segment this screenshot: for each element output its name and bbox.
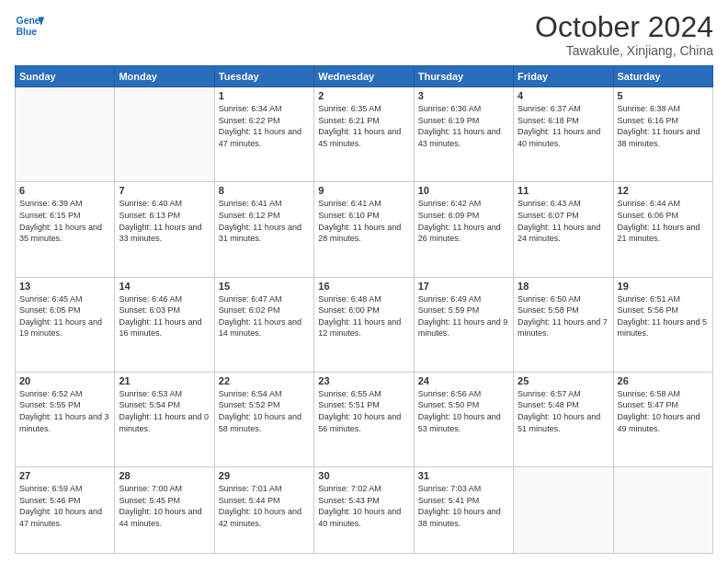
day-number: 3 bbox=[418, 90, 509, 101]
day-info: Sunrise: 6:44 AM Sunset: 6:06 PM Dayligh… bbox=[618, 198, 709, 244]
day-info: Sunrise: 6:52 AM Sunset: 5:55 PM Dayligh… bbox=[19, 388, 110, 434]
day-number: 30 bbox=[318, 470, 409, 481]
day-info: Sunrise: 7:03 AM Sunset: 5:41 PM Dayligh… bbox=[418, 483, 509, 529]
month-title: October 2024 bbox=[535, 11, 713, 43]
calendar-table: Sunday Monday Tuesday Wednesday Thursday… bbox=[15, 65, 713, 554]
table-row: 12Sunrise: 6:44 AM Sunset: 6:06 PM Dayli… bbox=[613, 182, 712, 277]
table-row: 30Sunrise: 7:02 AM Sunset: 5:43 PM Dayli… bbox=[314, 467, 414, 554]
header-saturday: Saturday bbox=[613, 66, 712, 87]
day-info: Sunrise: 6:48 AM Sunset: 6:00 PM Dayligh… bbox=[318, 293, 409, 339]
day-info: Sunrise: 6:58 AM Sunset: 5:47 PM Dayligh… bbox=[618, 388, 709, 434]
table-row: 16Sunrise: 6:48 AM Sunset: 6:00 PM Dayli… bbox=[314, 277, 414, 372]
table-row: 4Sunrise: 6:37 AM Sunset: 6:18 PM Daylig… bbox=[514, 87, 613, 182]
table-row: 17Sunrise: 6:49 AM Sunset: 5:59 PM Dayli… bbox=[414, 277, 513, 372]
day-number: 24 bbox=[418, 375, 509, 386]
table-row: 7Sunrise: 6:40 AM Sunset: 6:13 PM Daylig… bbox=[115, 182, 214, 277]
day-info: Sunrise: 7:01 AM Sunset: 5:44 PM Dayligh… bbox=[219, 483, 310, 529]
header-monday: Monday bbox=[115, 66, 214, 87]
table-row bbox=[613, 467, 712, 554]
day-number: 19 bbox=[618, 281, 709, 292]
day-number: 26 bbox=[618, 375, 709, 386]
day-info: Sunrise: 6:55 AM Sunset: 5:51 PM Dayligh… bbox=[318, 388, 409, 434]
calendar-week-row: 6Sunrise: 6:39 AM Sunset: 6:15 PM Daylig… bbox=[16, 182, 713, 277]
day-number: 2 bbox=[318, 90, 409, 101]
day-number: 17 bbox=[418, 281, 509, 292]
day-info: Sunrise: 6:40 AM Sunset: 6:13 PM Dayligh… bbox=[119, 198, 210, 244]
table-row: 22Sunrise: 6:54 AM Sunset: 5:52 PM Dayli… bbox=[214, 372, 313, 466]
header-tuesday: Tuesday bbox=[214, 66, 313, 87]
day-number: 8 bbox=[219, 185, 310, 196]
table-row: 26Sunrise: 6:58 AM Sunset: 5:47 PM Dayli… bbox=[613, 372, 712, 466]
table-row bbox=[16, 87, 115, 182]
day-info: Sunrise: 6:38 AM Sunset: 6:16 PM Dayligh… bbox=[618, 103, 709, 149]
day-number: 22 bbox=[219, 375, 310, 386]
day-info: Sunrise: 6:43 AM Sunset: 6:07 PM Dayligh… bbox=[518, 198, 609, 244]
calendar-week-row: 1Sunrise: 6:34 AM Sunset: 6:22 PM Daylig… bbox=[16, 87, 713, 182]
day-info: Sunrise: 6:37 AM Sunset: 6:18 PM Dayligh… bbox=[518, 103, 609, 149]
day-number: 14 bbox=[119, 281, 210, 292]
table-row: 29Sunrise: 7:01 AM Sunset: 5:44 PM Dayli… bbox=[214, 467, 313, 554]
header-wednesday: Wednesday bbox=[314, 66, 414, 87]
day-number: 23 bbox=[318, 375, 409, 386]
table-row: 25Sunrise: 6:57 AM Sunset: 5:48 PM Dayli… bbox=[514, 372, 613, 466]
subtitle: Tawakule, Xinjiang, China bbox=[535, 43, 713, 58]
page: General Blue October 2024 Tawakule, Xinj… bbox=[0, 0, 728, 563]
table-row: 8Sunrise: 6:41 AM Sunset: 6:12 PM Daylig… bbox=[214, 182, 313, 277]
day-number: 13 bbox=[19, 281, 110, 292]
header: General Blue October 2024 Tawakule, Xinj… bbox=[15, 11, 713, 58]
day-number: 28 bbox=[119, 470, 210, 481]
table-row: 1Sunrise: 6:34 AM Sunset: 6:22 PM Daylig… bbox=[214, 87, 313, 182]
header-friday: Friday bbox=[514, 66, 613, 87]
day-info: Sunrise: 6:47 AM Sunset: 6:02 PM Dayligh… bbox=[219, 293, 310, 339]
day-info: Sunrise: 7:00 AM Sunset: 5:45 PM Dayligh… bbox=[119, 483, 210, 529]
day-number: 18 bbox=[518, 281, 609, 292]
table-row: 3Sunrise: 6:36 AM Sunset: 6:19 PM Daylig… bbox=[414, 87, 513, 182]
weekday-header-row: Sunday Monday Tuesday Wednesday Thursday… bbox=[16, 66, 713, 87]
day-info: Sunrise: 6:42 AM Sunset: 6:09 PM Dayligh… bbox=[418, 198, 509, 244]
day-number: 16 bbox=[318, 281, 409, 292]
table-row: 15Sunrise: 6:47 AM Sunset: 6:02 PM Dayli… bbox=[214, 277, 313, 372]
table-row: 21Sunrise: 6:53 AM Sunset: 5:54 PM Dayli… bbox=[115, 372, 214, 466]
day-info: Sunrise: 6:35 AM Sunset: 6:21 PM Dayligh… bbox=[318, 103, 409, 149]
day-number: 20 bbox=[19, 375, 110, 386]
day-info: Sunrise: 7:02 AM Sunset: 5:43 PM Dayligh… bbox=[318, 483, 409, 529]
day-info: Sunrise: 6:46 AM Sunset: 6:03 PM Dayligh… bbox=[119, 293, 210, 339]
day-info: Sunrise: 6:41 AM Sunset: 6:12 PM Dayligh… bbox=[219, 198, 310, 244]
day-info: Sunrise: 6:59 AM Sunset: 5:46 PM Dayligh… bbox=[19, 483, 110, 529]
day-number: 27 bbox=[19, 470, 110, 481]
day-number: 1 bbox=[219, 90, 310, 101]
table-row: 6Sunrise: 6:39 AM Sunset: 6:15 PM Daylig… bbox=[16, 182, 115, 277]
header-thursday: Thursday bbox=[414, 66, 513, 87]
day-info: Sunrise: 6:57 AM Sunset: 5:48 PM Dayligh… bbox=[518, 388, 609, 434]
table-row: 20Sunrise: 6:52 AM Sunset: 5:55 PM Dayli… bbox=[16, 372, 115, 466]
table-row: 2Sunrise: 6:35 AM Sunset: 6:21 PM Daylig… bbox=[314, 87, 414, 182]
table-row: 10Sunrise: 6:42 AM Sunset: 6:09 PM Dayli… bbox=[414, 182, 513, 277]
header-sunday: Sunday bbox=[16, 66, 115, 87]
logo-icon: General Blue bbox=[15, 11, 44, 40]
day-number: 21 bbox=[119, 375, 210, 386]
day-number: 6 bbox=[19, 185, 110, 196]
calendar-week-row: 27Sunrise: 6:59 AM Sunset: 5:46 PM Dayli… bbox=[16, 467, 713, 554]
table-row: 13Sunrise: 6:45 AM Sunset: 6:05 PM Dayli… bbox=[16, 277, 115, 372]
calendar-week-row: 20Sunrise: 6:52 AM Sunset: 5:55 PM Dayli… bbox=[16, 372, 713, 466]
calendar-week-row: 13Sunrise: 6:45 AM Sunset: 6:05 PM Dayli… bbox=[16, 277, 713, 372]
table-row: 5Sunrise: 6:38 AM Sunset: 6:16 PM Daylig… bbox=[613, 87, 712, 182]
title-block: October 2024 Tawakule, Xinjiang, China bbox=[535, 11, 713, 58]
svg-text:Blue: Blue bbox=[17, 27, 38, 37]
day-info: Sunrise: 6:53 AM Sunset: 5:54 PM Dayligh… bbox=[119, 388, 210, 434]
day-info: Sunrise: 6:39 AM Sunset: 6:15 PM Dayligh… bbox=[19, 198, 110, 244]
day-number: 5 bbox=[618, 90, 709, 101]
table-row: 14Sunrise: 6:46 AM Sunset: 6:03 PM Dayli… bbox=[115, 277, 214, 372]
table-row: 27Sunrise: 6:59 AM Sunset: 5:46 PM Dayli… bbox=[16, 467, 115, 554]
day-info: Sunrise: 6:41 AM Sunset: 6:10 PM Dayligh… bbox=[318, 198, 409, 244]
table-row: 24Sunrise: 6:56 AM Sunset: 5:50 PM Dayli… bbox=[414, 372, 513, 466]
table-row bbox=[115, 87, 214, 182]
table-row bbox=[514, 467, 613, 554]
day-info: Sunrise: 6:56 AM Sunset: 5:50 PM Dayligh… bbox=[418, 388, 509, 434]
day-number: 11 bbox=[518, 185, 609, 196]
day-info: Sunrise: 6:45 AM Sunset: 6:05 PM Dayligh… bbox=[19, 293, 110, 339]
day-number: 12 bbox=[618, 185, 709, 196]
day-number: 15 bbox=[219, 281, 310, 292]
table-row: 19Sunrise: 6:51 AM Sunset: 5:56 PM Dayli… bbox=[613, 277, 712, 372]
logo: General Blue bbox=[15, 11, 44, 40]
